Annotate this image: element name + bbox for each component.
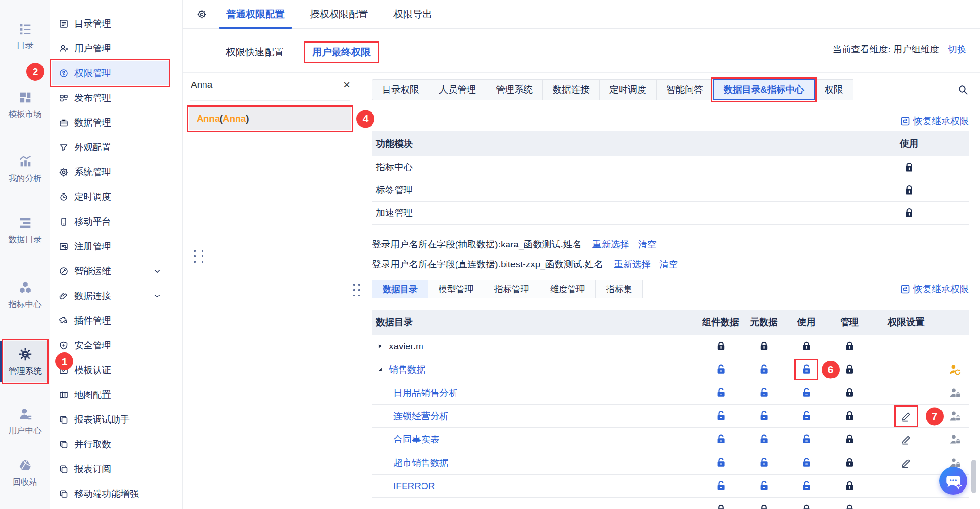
ai-chat-button[interactable] [939, 467, 967, 495]
menu-item-data-connection[interactable]: 数据连接 [52, 283, 169, 308]
tab-user-final-permission[interactable]: 用户最终权限 [305, 43, 377, 61]
tab-metric-mgmt[interactable]: 指标管理 [484, 280, 540, 298]
unlock-icon[interactable] [715, 364, 727, 375]
tab-directory-perm[interactable]: 目录权限 [372, 79, 429, 100]
expand-collapsed-icon[interactable] [376, 342, 384, 350]
lock-icon[interactable] [903, 162, 915, 173]
person-lock-icon[interactable] [949, 410, 961, 422]
rail-item-recycle-bin[interactable]: 回收站 [0, 458, 50, 488]
tab-quick-permission-config[interactable]: 权限快速配置 [226, 46, 284, 59]
unlock-icon[interactable] [759, 480, 770, 492]
menu-item-data-mgmt[interactable]: 数据管理 [52, 110, 169, 135]
lock-icon[interactable] [844, 387, 855, 398]
clear-link[interactable]: 清空 [638, 238, 657, 251]
menu-item-report-debug[interactable]: 报表调试助手 [52, 407, 169, 432]
lock-icon[interactable] [844, 341, 855, 352]
unlock-icon[interactable] [801, 480, 812, 492]
lock-icon[interactable] [844, 434, 855, 445]
menu-item-report-subscribe[interactable]: 报表订阅 [52, 457, 169, 481]
tab-model-mgmt[interactable]: 模型管理 [428, 280, 484, 298]
tab-data-catalog[interactable]: 数据目录 [372, 280, 428, 298]
user-search-input[interactable] [190, 79, 343, 91]
user-list-item-anna[interactable]: 4 Anna (Anna) [189, 107, 351, 130]
edit-permission-annotated[interactable]: 7 [896, 407, 916, 426]
lock-icon[interactable] [801, 504, 812, 509]
menu-item-directory-mgmt[interactable]: 目录管理 [52, 11, 169, 36]
unlock-icon[interactable] [801, 387, 812, 398]
menu-item-mobile-platform[interactable]: 移动平台 [52, 209, 169, 234]
unlock-icon[interactable] [759, 387, 770, 398]
unlock-icon[interactable] [759, 434, 770, 445]
tab-schedule[interactable]: 定时调度 [599, 79, 657, 100]
tab-partial-perm[interactable]: 权限 [814, 79, 853, 100]
menu-item-map-config[interactable]: 地图配置 [52, 382, 169, 407]
person-lock-icon[interactable] [949, 433, 961, 445]
rail-item-user-center[interactable]: 用户中心 [0, 407, 50, 436]
lock-icon[interactable] [844, 410, 855, 422]
clear-link[interactable]: 清空 [659, 258, 678, 271]
lock-icon[interactable] [844, 504, 855, 509]
panel-resize-handle[interactable] [194, 250, 203, 263]
menu-item-parallel-fetch[interactable]: 并行取数 [52, 432, 169, 457]
tab-authorized-permission[interactable]: 授权权限配置 [310, 0, 368, 29]
lock-icon[interactable] [903, 184, 915, 196]
tab-smart-qa[interactable]: 智能问答 [656, 79, 713, 100]
catalog-name[interactable]: 日用品销售分析 [393, 387, 458, 399]
unlock-icon[interactable] [759, 457, 770, 468]
menu-item-intelligent-ops[interactable]: 智能运维 [52, 259, 169, 283]
lock-icon[interactable] [844, 457, 855, 468]
menu-item-plugin-mgmt[interactable]: 插件管理 [52, 308, 169, 333]
expand-expanded-icon[interactable] [376, 365, 384, 374]
lock-icon[interactable] [715, 504, 727, 509]
tab-data-connection[interactable]: 数据连接 [542, 79, 600, 100]
catalog-name[interactable]: 销售数据 [389, 363, 426, 376]
search-icon[interactable] [957, 84, 969, 96]
unlock-icon[interactable] [715, 434, 727, 445]
tab-permission-export[interactable]: 权限导出 [393, 0, 432, 29]
tab-metric-set[interactable]: 指标集 [595, 280, 643, 298]
menu-item-registration-mgmt[interactable]: 注册管理 [52, 234, 169, 259]
rail-item-admin-system[interactable]: 1 管理系统 [4, 341, 47, 382]
vertical-scrollbar-thumb[interactable] [971, 460, 976, 493]
catalog-name[interactable]: xavier.m [389, 341, 423, 352]
catalog-name[interactable]: IFERROR [393, 481, 435, 492]
person-lock-icon[interactable] [949, 387, 961, 399]
unlock-icon[interactable] [715, 410, 727, 422]
unlock-icon[interactable] [801, 410, 812, 422]
pencil-icon[interactable] [900, 457, 912, 469]
tab-dimension-mgmt[interactable]: 维度管理 [540, 280, 596, 298]
rail-item-metric-center[interactable]: 指标中心 [0, 280, 50, 310]
menu-item-mobile-enhance[interactable]: 移动端功能增强 [52, 481, 169, 506]
rail-item-data-catalog[interactable]: 数据目录 [0, 215, 50, 245]
menu-item-appearance-config[interactable]: 外观配置 [52, 135, 169, 160]
menu-item-publish-mgmt[interactable]: 发布管理 [52, 85, 169, 110]
unlock-icon[interactable] [759, 410, 770, 422]
lock-icon[interactable] [759, 341, 770, 352]
person-sync-icon[interactable] [949, 363, 961, 376]
tab-data-catalog-metric-center[interactable]: 数据目录&指标中心 [713, 79, 815, 100]
lock-icon[interactable] [844, 480, 855, 492]
unlock-icon[interactable] [715, 387, 727, 398]
lock-icon[interactable] [844, 364, 855, 375]
unlock-icon[interactable] [715, 480, 727, 492]
pencil-icon[interactable] [900, 434, 912, 445]
menu-item-user-mgmt[interactable]: 用户管理 [52, 36, 169, 61]
unlock-icon[interactable] [759, 364, 770, 375]
lock-icon[interactable] [759, 504, 770, 509]
panel-resize-handle[interactable] [353, 284, 360, 296]
reselect-link[interactable]: 重新选择 [592, 238, 629, 251]
catalog-name[interactable]: 超市销售数据 [393, 457, 449, 469]
unlock-icon[interactable] [801, 434, 812, 445]
rail-item-template-market[interactable]: 模板市场 [0, 90, 50, 120]
tab-staff-mgmt[interactable]: 人员管理 [429, 79, 486, 100]
tab-admin-system[interactable]: 管理系统 [486, 79, 543, 100]
rail-item-catalog[interactable]: 目录 [0, 21, 50, 51]
unlock-icon[interactable] [715, 457, 727, 468]
unlock-icon[interactable] [801, 457, 812, 468]
restore-inherit-link[interactable]: 恢复继承权限 [900, 283, 969, 296]
switch-dimension-link[interactable]: 切换 [948, 44, 966, 54]
menu-item-system-mgmt[interactable]: 系统管理 [52, 160, 169, 184]
rail-item-my-analysis[interactable]: 我的分析 [0, 154, 50, 184]
use-unlock-annotated[interactable]: 6 [796, 361, 816, 378]
catalog-name[interactable]: 连锁经营分析 [393, 410, 449, 423]
